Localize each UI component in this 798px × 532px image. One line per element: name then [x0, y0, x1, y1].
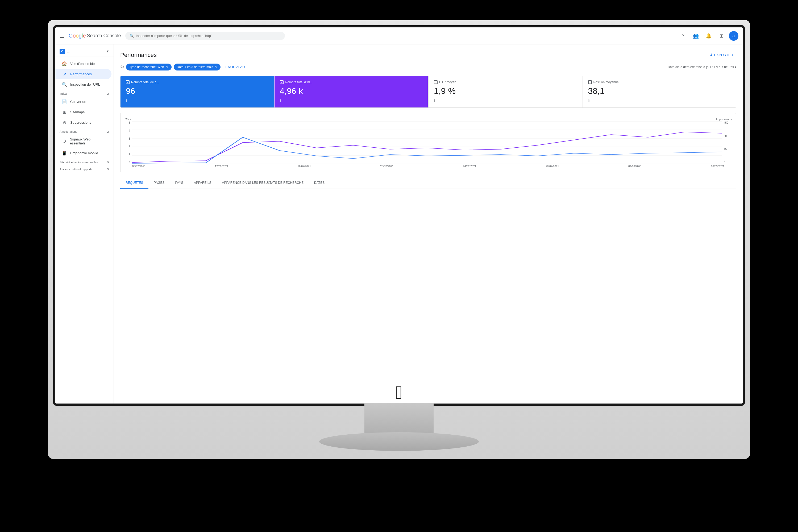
sidebar-item-suppressions[interactable]: ⊖ Suppressions [55, 117, 111, 128]
export-icon: ⬇ [710, 53, 712, 57]
notifications-button[interactable]: 🔔 [703, 31, 714, 41]
gsc-app: ☰ Google Search Console 🔍 ? [55, 27, 743, 403]
tab-apparence[interactable]: APPARENCE DANS LES RÉSULTATS DE RECHERCH… [217, 178, 309, 189]
section-title-index: Index [60, 92, 67, 95]
menu-icon[interactable]: ☰ [60, 33, 64, 39]
sidebar-label-ergonomie: Ergonomie mobile [70, 151, 98, 155]
section-title-anciens: Anciens outils et rapports [60, 168, 93, 171]
section-chevron-anciens[interactable]: ∨ [107, 167, 109, 171]
filters-row: ⚙ Type de recherche: Web ✎ Date: Les 3 d… [120, 63, 736, 71]
x-label-7: 04/03/2021 [628, 165, 642, 168]
property-name: ... [67, 50, 104, 53]
x-label-3: 16/02/2021 [298, 165, 311, 168]
app-body: C ... ▼ 🏠 Vue d'ensemble ↗ Performances [55, 44, 743, 403]
grid-icon: ⊞ [720, 33, 723, 39]
sidebar-label-suppressions: Suppressions [70, 120, 91, 125]
sidebar-item-signaux-web[interactable]: ⏱ Signaux Web essentiels [55, 135, 111, 148]
metric-info-ctr: ℹ [434, 98, 577, 103]
metric-value-ctr: 1,9 % [434, 86, 577, 96]
tab-dates[interactable]: DATES [309, 178, 330, 189]
sidebar-label-inspection: Inspection de l'URL [70, 82, 100, 87]
imac-stand-neck [364, 403, 434, 435]
sidebar-item-vue-ensemble[interactable]: 🏠 Vue d'ensemble [55, 58, 111, 69]
export-button[interactable]: ⬇ EXPORTER [706, 51, 736, 59]
metric-checkbox-position [588, 80, 592, 84]
section-chevron-index[interactable]: ∧ [107, 92, 109, 95]
tab-requetes[interactable]: REQUÊTES [120, 178, 148, 189]
app-header: ☰ Google Search Console 🔍 ? [55, 27, 743, 44]
search-input[interactable] [136, 34, 281, 38]
add-filter-label: + NOUVEAU [225, 65, 245, 69]
y-axis-right: 450 300 150 0 [724, 121, 732, 164]
sidebar-section-ameliorations: Améliorations ∧ [55, 128, 114, 135]
last-updated-text: Date de la dernière mise à jour : il y a… [668, 65, 734, 69]
metric-label-ctr: CTR moyen [439, 80, 456, 84]
screen: ☰ Google Search Console 🔍 ? [55, 27, 743, 403]
sidebar-label-vue-ensemble: Vue d'ensemble [70, 62, 95, 66]
users-button[interactable]: 👥 [690, 31, 701, 41]
mobile-icon: 📱 [62, 151, 67, 156]
apps-button[interactable]: ⊞ [716, 31, 727, 41]
vitals-icon: ⏱ [62, 139, 67, 144]
sidebar-label-signaux: Signaux Web essentiels [70, 137, 105, 145]
tab-pays[interactable]: PAYS [170, 178, 188, 189]
add-filter-button[interactable]: + NOUVEAU [223, 63, 247, 71]
impressions-line [132, 132, 722, 163]
metric-header-position: Position moyenne [588, 80, 731, 84]
imac-stand-base [319, 432, 479, 451]
chart-area [132, 121, 722, 164]
property-chevron: ▼ [106, 50, 109, 53]
sidebar-item-ergonomie[interactable]: 📱 Ergonomie mobile [55, 148, 111, 158]
metric-card-position[interactable]: Position moyenne 38,1 ℹ [583, 76, 736, 108]
metric-checkbox-ctr [434, 80, 438, 84]
sidebar-item-sitemaps[interactable]: ⊞ Sitemaps [55, 107, 111, 117]
sitemaps-icon: ⊞ [62, 110, 67, 115]
sidebar-item-couverture[interactable]: 📄 Couverture [55, 97, 111, 107]
metric-card-impressions[interactable]: Nombre total d'im... 4,96 k ℹ [274, 76, 428, 108]
search-bar[interactable]: 🔍 [125, 32, 285, 40]
search-icon: 🔍 [130, 34, 134, 38]
tab-pages[interactable]: PAGES [148, 178, 170, 189]
metric-info-position: ℹ [588, 98, 731, 103]
sidebar-label-sitemaps: Sitemaps [70, 110, 84, 114]
sidebar-label-performances: Performances [70, 72, 92, 76]
x-label-4: 20/02/2021 [380, 165, 394, 168]
sidebar-section-anciens: Anciens outils et rapports ∨ [55, 165, 114, 172]
section-chevron-ameliorations[interactable]: ∧ [107, 130, 109, 134]
info-icon: ℹ [735, 65, 736, 69]
suppressions-icon: ⊖ [62, 120, 67, 125]
tab-appareils[interactable]: APPAREILS [189, 178, 217, 189]
metric-card-ctr[interactable]: CTR moyen 1,9 % ℹ [428, 76, 582, 108]
metric-label-clics: Nombre total de c... [131, 80, 159, 84]
help-icon: ? [682, 33, 684, 39]
property-selector[interactable]: C ... ▼ [55, 46, 114, 56]
performance-chart: Clics Impressions 5 4 3 2 1 [120, 113, 736, 172]
users-icon: 👥 [693, 33, 699, 39]
apple-logo:  [396, 382, 402, 403]
page-title: Performances [120, 52, 157, 58]
metric-header-ctr: CTR moyen [434, 80, 577, 84]
metric-header-clics: Nombre total de c... [126, 80, 269, 84]
filter-chip-search-type[interactable]: Type de recherche: Web ✎ [126, 63, 172, 71]
sidebar-item-performances[interactable]: ↗ Performances [55, 69, 111, 79]
metric-label-impressions: Nombre total d'im... [285, 80, 313, 84]
filter-settings-icon: ⚙ [120, 64, 124, 70]
section-title-ameliorations: Améliorations [60, 130, 77, 133]
user-avatar[interactable]: a [729, 31, 738, 41]
metric-checkbox-impressions [280, 80, 284, 84]
metric-value-impressions: 4,96 k [280, 86, 423, 96]
metric-card-clics[interactable]: Nombre total de c... 96 ℹ [120, 76, 274, 108]
help-button[interactable]: ? [678, 31, 688, 41]
metric-info-clics: ℹ [126, 98, 269, 103]
app-logo: Google Search Console [69, 33, 121, 39]
sidebar-item-inspection-url[interactable]: 🔍 Inspection de l'URL [55, 79, 111, 90]
export-label: EXPORTER [714, 53, 733, 57]
section-title-securite: Sécurité et actions manuelles [60, 161, 98, 164]
y-axis-left: 5 4 3 2 1 0 [125, 121, 130, 164]
x-label-2: 12/02/2021 [215, 165, 228, 168]
filter-chip-date[interactable]: Date: Les 3 derniers mois ✎ [174, 63, 221, 71]
section-chevron-securite[interactable]: ∨ [107, 160, 109, 164]
sidebar: C ... ▼ 🏠 Vue d'ensemble ↗ Performances [55, 44, 114, 403]
chart-y-label-left: Clics [125, 118, 131, 121]
filter-chip-label-date: Date: Les 3 derniers mois [177, 65, 213, 69]
